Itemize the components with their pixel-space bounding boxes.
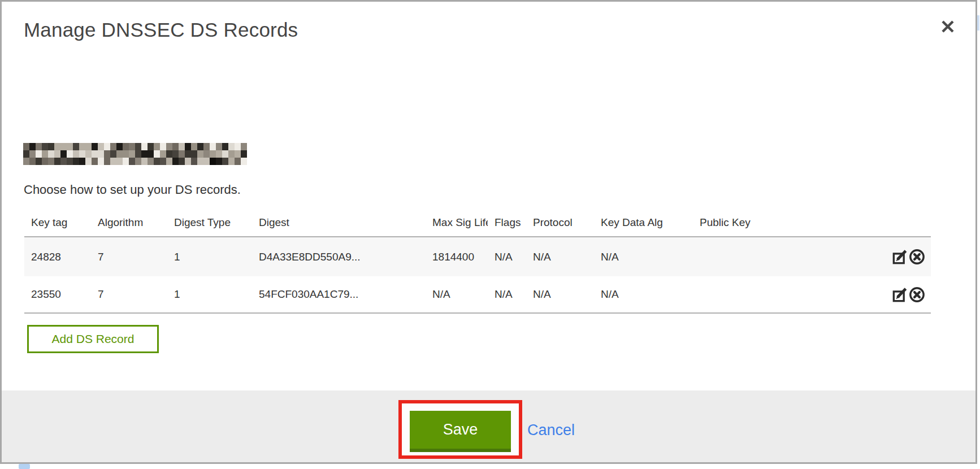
intro-text: Choose how to set up your DS records. bbox=[24, 183, 241, 197]
col-header-public-key: Public Key bbox=[693, 209, 851, 237]
cell-key-tag: 23550 bbox=[24, 276, 91, 313]
cell-max-sig-life: 1814400 bbox=[426, 237, 488, 276]
delete-icon bbox=[909, 296, 925, 305]
edit-icon bbox=[892, 258, 908, 267]
cell-algorithm: 7 bbox=[91, 276, 167, 313]
cell-key-data-alg: N/A bbox=[594, 276, 693, 313]
close-icon bbox=[940, 19, 955, 34]
cell-actions bbox=[851, 237, 931, 276]
cell-digest: D4A33E8DD550A9... bbox=[252, 237, 426, 276]
col-header-actions bbox=[851, 209, 931, 237]
col-header-flags: Flags bbox=[488, 209, 526, 237]
cell-key-data-alg: N/A bbox=[594, 237, 693, 276]
cell-protocol: N/A bbox=[526, 276, 594, 313]
cell-public-key bbox=[693, 237, 851, 276]
cell-algorithm: 7 bbox=[91, 237, 167, 276]
save-highlight-annotation: Save bbox=[398, 400, 522, 459]
close-button[interactable] bbox=[935, 14, 960, 39]
cell-flags: N/A bbox=[488, 276, 526, 313]
table-header-row: Key tag Algorithm Digest Type Digest Max… bbox=[24, 209, 931, 237]
cell-flags: N/A bbox=[488, 237, 526, 276]
domain-name-redacted bbox=[23, 143, 247, 165]
col-header-algorithm: Algorithm bbox=[91, 209, 167, 237]
col-header-key-data-alg: Key Data Alg bbox=[594, 209, 693, 237]
dialog-title: Manage DNSSEC DS Records bbox=[24, 19, 298, 41]
ds-records-table: Key tag Algorithm Digest Type Digest Max… bbox=[24, 209, 931, 314]
background-scrollbar-fragment bbox=[977, 15, 979, 31]
cell-max-sig-life: N/A bbox=[426, 276, 488, 313]
table-row: 23550 7 1 54FCF030AA1C79... N/A N/A N/A … bbox=[24, 276, 931, 313]
delete-record-button[interactable] bbox=[909, 286, 925, 303]
save-button[interactable]: Save bbox=[410, 411, 511, 452]
edit-icon bbox=[892, 296, 908, 305]
col-header-digest-type: Digest Type bbox=[167, 209, 252, 237]
col-header-key-tag: Key tag bbox=[24, 209, 91, 237]
delete-icon bbox=[909, 258, 925, 267]
cell-key-tag: 24828 bbox=[24, 237, 91, 276]
background-page-fragment bbox=[19, 464, 30, 469]
add-ds-record-button[interactable]: Add DS Record bbox=[27, 325, 159, 353]
cell-actions bbox=[851, 276, 931, 313]
edit-record-button[interactable] bbox=[892, 249, 908, 265]
page-behind-modal: Manage DNSSEC DS Records Choose how to s… bbox=[0, 0, 980, 469]
col-header-protocol: Protocol bbox=[526, 209, 594, 237]
manage-dnssec-ds-records-dialog: Manage DNSSEC DS Records Choose how to s… bbox=[0, 0, 977, 464]
cell-public-key bbox=[693, 276, 851, 313]
cell-digest: 54FCF030AA1C79... bbox=[252, 276, 426, 313]
cell-digest-type: 1 bbox=[167, 276, 252, 313]
delete-record-button[interactable] bbox=[909, 249, 925, 265]
cancel-link[interactable]: Cancel bbox=[527, 422, 575, 439]
col-header-digest: Digest bbox=[252, 209, 426, 237]
cell-digest-type: 1 bbox=[167, 237, 252, 276]
edit-record-button[interactable] bbox=[892, 286, 908, 303]
table-row: 24828 7 1 D4A33E8DD550A9... 1814400 N/A … bbox=[24, 237, 931, 276]
cell-protocol: N/A bbox=[526, 237, 594, 276]
col-header-max-sig-life: Max Sig Life bbox=[426, 209, 488, 237]
